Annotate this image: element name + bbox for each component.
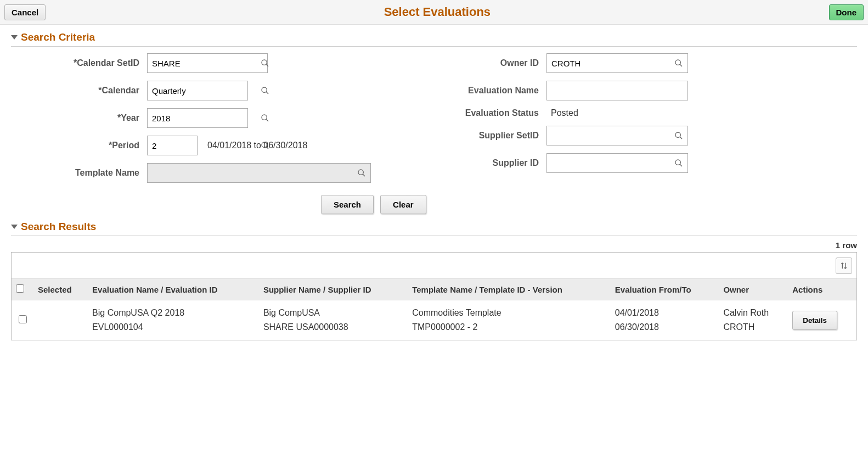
label-evaluation-name: Evaluation Name	[437, 86, 546, 96]
svg-point-12	[675, 132, 680, 137]
magnifier-icon[interactable]	[261, 114, 269, 122]
label-calendar: *Calendar	[11, 86, 147, 96]
magnifier-icon[interactable]	[670, 131, 687, 140]
calendar-lookup	[147, 81, 248, 100]
grid-header-row: Selected Evaluation Name / Evaluation ID…	[12, 279, 856, 300]
owner-id: CROTH	[723, 322, 784, 332]
svg-point-4	[262, 115, 267, 120]
eval-id: EVL0000104	[92, 322, 255, 332]
label-owner-id: Owner ID	[437, 58, 546, 68]
calendar-setid-input[interactable]	[148, 54, 261, 72]
svg-point-14	[675, 160, 680, 165]
svg-point-2	[262, 87, 267, 92]
owner-name: Calvin Roth	[723, 308, 784, 318]
template-name-lookup	[147, 163, 371, 183]
col-owner: Owner	[719, 279, 788, 300]
svg-point-0	[262, 60, 267, 65]
magnifier-icon[interactable]	[670, 159, 687, 167]
search-button[interactable]: Search	[321, 195, 374, 214]
modal-header: Cancel Select Evaluations Done	[0, 0, 868, 25]
supplier-id-lookup	[546, 153, 688, 173]
details-button[interactable]: Details	[792, 311, 837, 330]
svg-line-5	[266, 119, 268, 121]
col-eval: Evaluation Name / Evaluation ID	[88, 279, 259, 300]
svg-line-13	[680, 137, 682, 139]
template-name: Commodities Template	[412, 308, 606, 318]
year-lookup	[147, 108, 248, 128]
owner-id-lookup	[546, 53, 688, 73]
template-name-input	[148, 164, 353, 182]
period-lookup	[147, 136, 198, 155]
eval-name: Big CompUSA Q2 2018	[92, 308, 255, 318]
done-button[interactable]: Done	[829, 4, 864, 20]
col-template: Template Name / Template ID - Version	[408, 279, 611, 300]
search-results-title: Search Results	[21, 221, 96, 233]
svg-line-11	[680, 64, 682, 66]
sort-button[interactable]	[836, 258, 852, 274]
supplier-setid-lookup	[546, 126, 688, 145]
col-actions: Actions	[788, 279, 856, 300]
criteria-right-col: Owner ID Evaluation Name Evaluation Stat…	[437, 53, 688, 191]
label-supplier-id: Supplier ID	[437, 158, 546, 168]
search-results-section: Search Results 1 row Selected Evaluation…	[0, 221, 868, 340]
svg-line-9	[363, 174, 365, 176]
period-range: 04/01/2018 to 06/30/2018	[207, 141, 307, 150]
evaluation-name-input[interactable]	[547, 81, 687, 100]
col-selected: Selected	[33, 279, 88, 300]
magnifier-icon[interactable]	[670, 59, 687, 68]
page-title: Select Evaluations	[46, 5, 828, 19]
calendar-setid-lookup	[147, 53, 268, 73]
supplier-setid-input[interactable]	[547, 126, 670, 145]
label-supplier-setid: Supplier SetID	[437, 131, 546, 141]
row-select-checkbox[interactable]	[19, 315, 27, 323]
col-supplier: Supplier Name / Supplier ID	[259, 279, 408, 300]
clear-button[interactable]: Clear	[380, 195, 426, 214]
svg-point-8	[358, 170, 363, 175]
owner-id-input[interactable]	[547, 54, 670, 72]
magnifier-icon[interactable]	[353, 169, 370, 177]
svg-line-1	[266, 64, 268, 66]
criteria-actions: Search Clear	[321, 195, 857, 214]
label-template-name: Template Name	[11, 168, 147, 178]
supplier-id: SHARE USA0000038	[263, 322, 403, 332]
evaluation-status-value: Posted	[546, 108, 578, 118]
col-fromto: Evaluation From/To	[611, 279, 719, 300]
eval-from: 04/01/2018	[615, 308, 715, 318]
results-grid: Selected Evaluation Name / Evaluation ID…	[11, 252, 857, 340]
search-criteria-toggle[interactable]: Search Criteria	[11, 31, 857, 47]
search-results-toggle[interactable]: Search Results	[11, 221, 857, 236]
grid-toolbar	[12, 253, 856, 279]
label-calendar-setid: *Calendar SetID	[11, 58, 147, 68]
criteria-left-col: *Calendar SetID *Calendar	[11, 53, 371, 191]
label-period: *Period	[11, 141, 147, 150]
svg-line-3	[266, 92, 268, 94]
sort-icon	[839, 261, 848, 270]
label-evaluation-status: Evaluation Status	[437, 108, 546, 118]
year-input[interactable]	[148, 109, 261, 127]
label-year: *Year	[11, 113, 147, 123]
search-criteria-section: Search Criteria *Calendar SetID *Calenda…	[0, 31, 868, 214]
cancel-button[interactable]: Cancel	[4, 4, 46, 20]
table-row: Big CompUSA Q2 2018 EVL0000104 Big CompU…	[12, 300, 856, 340]
eval-to: 06/30/2018	[615, 322, 715, 332]
magnifier-icon[interactable]	[261, 59, 269, 68]
caret-down-icon	[11, 35, 18, 40]
select-all-checkbox[interactable]	[16, 284, 24, 293]
search-criteria-title: Search Criteria	[21, 31, 95, 43]
evaluation-name-field	[546, 81, 688, 100]
calendar-input[interactable]	[148, 81, 261, 100]
svg-line-15	[680, 164, 682, 166]
supplier-name: Big CompUSA	[263, 308, 403, 318]
supplier-id-input[interactable]	[547, 154, 670, 172]
template-id: TMP0000002 - 2	[412, 322, 606, 332]
row-count: 1 row	[11, 240, 857, 250]
caret-down-icon	[11, 225, 18, 229]
svg-point-10	[675, 60, 680, 65]
magnifier-icon[interactable]	[261, 86, 269, 95]
